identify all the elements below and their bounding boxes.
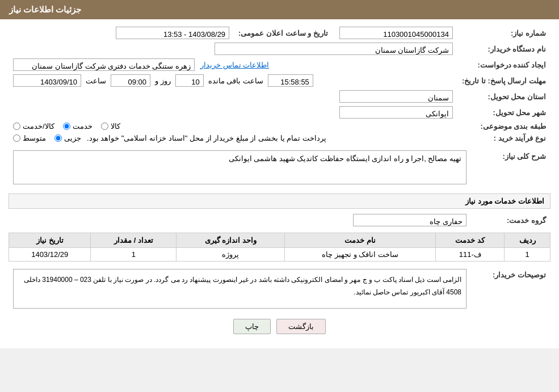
process-motavasset-label: متوسط: [23, 134, 46, 142]
col-date: تاریخ نیاز: [9, 233, 91, 248]
province-value: سمنان: [339, 90, 453, 103]
category-radio-group: کالا/خدمت خدمت کالا: [13, 122, 453, 130]
creator-value: زهره ستنگی خدمات دفتری شرکت گازاستان سمن…: [13, 58, 195, 71]
announce-date-value: 1403/08/29 - 13:53: [116, 27, 229, 39]
cell-service-code: ف-111: [436, 248, 505, 262]
cell-unit: پروژه: [176, 248, 284, 262]
creator-label: ایجاد کننده درخواست:: [457, 57, 550, 73]
category-option-kala[interactable]: کالا: [101, 122, 120, 130]
basic-info-table: شماره نیاز: 1103001045000134 تاریخ و ساع…: [9, 25, 550, 144]
service-group-table: گروه خدمت: حفاری چاه: [9, 212, 550, 228]
cell-quantity: 1: [91, 248, 176, 262]
need-description-textarea[interactable]: تهیه مصالح ,اجرا و راه اندازی ایستگاه حف…: [13, 150, 466, 184]
buyer-org-label: نام دستگاه خریدار:: [457, 41, 550, 57]
cell-date: 1403/12/29: [9, 248, 91, 262]
reply-time-value: 09:00: [111, 74, 150, 87]
page-header: جزئیات اطلاعات نیاز: [0, 0, 559, 19]
buyer-notes-box: الزامی است ذیل اسناد پاکت ب و ج مهر و ام…: [13, 269, 466, 309]
category-khadmat-label: کالا/خدمت: [23, 122, 54, 130]
need-description-section: شرح کلی نیاز: تهیه مصالح ,اجرا و راه اند…: [9, 149, 550, 188]
need-number-label: شماره نیاز:: [457, 25, 550, 41]
buyer-notes-text: الزامی است ذیل اسناد پاکت ب و ج مهر و ام…: [24, 276, 461, 296]
process-note: پرداخت تمام یا بخشی از مبلغ خریدار از مح…: [87, 134, 326, 142]
reply-date-value: 1403/09/10: [13, 74, 81, 87]
service-group-value: حفاری چاه: [353, 214, 466, 226]
category-kala-radio[interactable]: [101, 123, 108, 130]
col-service-name: نام خدمت: [284, 233, 435, 248]
reply-time-label: ساعت: [86, 77, 106, 85]
buyer-notes-table: توصیحات خریدار: الزامی است ذیل اسناد پاک…: [9, 267, 550, 310]
process-label: نوع فرآیند خرید :: [457, 132, 550, 144]
print-button[interactable]: چاپ: [233, 319, 271, 334]
category-option-khadmat[interactable]: کالا/خدمت: [13, 122, 54, 130]
table-row: 1 ف-111 ساخت انافک و تجهیز چاه پروژه 1 1…: [9, 248, 550, 262]
services-table: ردیف کد خدمت نام خدمت واحد اندازه گیری ت…: [9, 233, 550, 262]
reply-day-label: روز و: [155, 77, 171, 85]
category-label: طبقه بندی موضوعی:: [457, 120, 550, 132]
page-container: جزئیات اطلاعات نیاز شماره نیاز: 11030010…: [0, 0, 559, 348]
city-value: ایوانکی: [339, 106, 453, 119]
remaining-value: 15:58:55: [268, 74, 313, 87]
buttons-row: بازگشت چاپ: [9, 319, 550, 334]
col-row-num: ردیف: [505, 233, 550, 248]
process-jozii-label: جزیی: [64, 134, 81, 142]
need-description-label: شرح کلی نیاز:: [471, 149, 550, 188]
process-option-jozii[interactable]: جزیی: [54, 134, 81, 142]
page-title: جزئیات اطلاعات نیاز: [9, 5, 81, 14]
col-service-code: کد خدمت: [436, 233, 505, 248]
buyer-notes-label: توصیحات خریدار:: [471, 267, 550, 310]
category-khadmat-radio[interactable]: [63, 123, 70, 130]
need-number-value: 1103001045000134: [339, 27, 453, 39]
process-option-motavasset[interactable]: متوسط: [13, 134, 46, 142]
back-button[interactable]: بازگشت: [276, 319, 326, 334]
process-motavasset-radio[interactable]: [13, 134, 20, 142]
cell-row-num: 1: [505, 248, 550, 262]
process-jozii-radio[interactable]: [54, 134, 62, 142]
service-group-label: گروه خدمت:: [471, 212, 550, 228]
cell-service-name: ساخت انافک و تجهیز چاه: [284, 248, 435, 262]
remaining-label: ساعت باقی مانده: [208, 77, 263, 85]
main-content: شماره نیاز: 1103001045000134 تاریخ و ساع…: [0, 19, 559, 348]
col-quantity: تعداد / مقدار: [91, 233, 176, 248]
category-kala-khadmat-radio[interactable]: [13, 123, 20, 130]
buyer-org-value: شرکت گازاستان سمنان: [215, 43, 453, 55]
reply-day-value: 10: [175, 74, 204, 87]
category-option-khadmat-only[interactable]: خدمت: [63, 122, 93, 130]
category-khadmat-only-label: خدمت: [73, 122, 93, 130]
announce-date-label: تاریخ و ساعت اعلان عمومی:: [234, 25, 333, 41]
category-kala-label: کالا: [111, 122, 120, 130]
services-section-title: اطلاعات خدمات مورد نیاز: [9, 193, 550, 209]
city-label: شهر محل تحویل:: [457, 104, 550, 120]
description-table: شرح کلی نیاز: تهیه مصالح ,اجرا و راه اند…: [9, 149, 550, 188]
col-unit: واحد اندازه گیری: [176, 233, 284, 248]
contact-link[interactable]: اطلاعات تماس خریدار: [200, 61, 269, 69]
province-label: استان محل تحویل:: [457, 88, 550, 104]
reply-deadline-label: مهلت ارسال پاسخ: تا تاریخ:: [457, 73, 550, 88]
process-radio-group: متوسط جزیی: [13, 134, 81, 142]
